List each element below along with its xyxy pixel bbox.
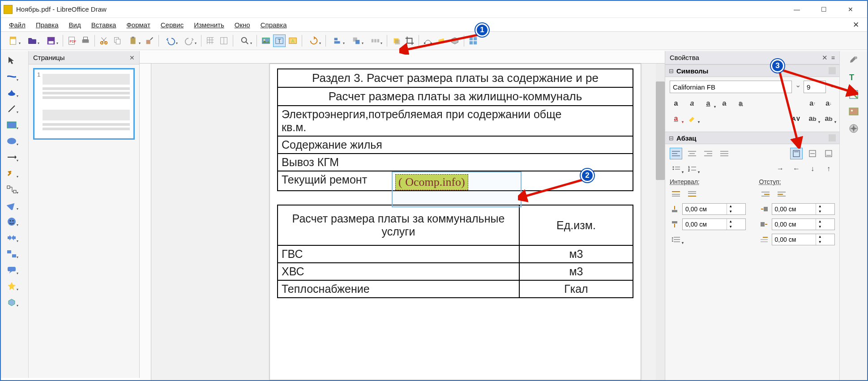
connector-tool[interactable] — [4, 183, 20, 196]
export-pdf-button[interactable]: PDF — [66, 34, 78, 47]
svg-point-55 — [10, 220, 11, 222]
valign-middle-button[interactable] — [806, 148, 819, 159]
gallery-tab-icon[interactable] — [846, 105, 862, 118]
clone-format-button[interactable] — [143, 34, 156, 47]
inserted-textbox[interactable]: ( Ocomp.info) — [392, 171, 522, 207]
menu-edit[interactable]: Правка — [31, 20, 63, 30]
btt-button[interactable]: ↑ — [822, 163, 835, 175]
bold-button[interactable]: a — [670, 98, 682, 109]
pages-panel-close-icon[interactable]: ✕ — [129, 54, 135, 61]
above-spacing-input[interactable]: ▲▼ — [682, 203, 746, 215]
space-below-icon[interactable] — [686, 188, 698, 200]
basic-shapes-tool[interactable] — [4, 199, 20, 212]
fill-color-tool[interactable] — [4, 86, 20, 99]
align-center-button[interactable] — [686, 148, 698, 159]
svg-point-114 — [855, 56, 857, 59]
document-page[interactable]: Раздел 3. Расчет размера платы за содерж… — [269, 64, 641, 380]
paste-button[interactable] — [124, 34, 142, 47]
before-indent-input[interactable]: ▲▼ — [772, 203, 835, 215]
page-thumbnail[interactable]: 1 — [33, 68, 135, 140]
minimize-button[interactable]: — — [786, 3, 808, 16]
select-tool[interactable] — [4, 54, 20, 67]
svg-point-50 — [7, 138, 16, 144]
font-color-button[interactable]: a — [670, 113, 682, 124]
open-button[interactable] — [23, 34, 41, 47]
block-arrows-tool[interactable] — [4, 231, 20, 244]
line-color-tool[interactable] — [4, 70, 20, 83]
arrange-button[interactable] — [347, 34, 365, 47]
print-button[interactable] — [79, 34, 92, 47]
distribute-button[interactable] — [366, 34, 384, 47]
align-justify-button[interactable] — [718, 148, 731, 159]
ellipse-tool[interactable] — [4, 134, 20, 148]
svg-rect-58 — [12, 254, 16, 257]
align-left-button[interactable] — [670, 148, 682, 159]
strikethrough-button[interactable]: a — [718, 98, 731, 109]
navigator-tab-icon[interactable] — [846, 122, 862, 135]
arrow-tool[interactable] — [4, 150, 20, 164]
properties-close-icon[interactable]: ✕ — [822, 54, 828, 62]
properties-tab-icon[interactable] — [846, 54, 862, 67]
valign-top-button[interactable] — [790, 148, 803, 159]
insert-image-button[interactable] — [260, 34, 272, 47]
after-indent-input[interactable]: ▲▼ — [772, 218, 835, 230]
redo-button[interactable] — [180, 34, 198, 47]
vertical-scrollbar[interactable] — [656, 64, 665, 380]
align-right-button[interactable] — [702, 148, 714, 159]
close-button[interactable]: ✕ — [839, 3, 862, 16]
menu-modify[interactable]: Изменить — [189, 20, 229, 30]
below-spacing-input[interactable]: ▲▼ — [682, 218, 746, 230]
flowchart-tool[interactable] — [4, 247, 20, 261]
new-button[interactable] — [4, 34, 22, 47]
subscript-button[interactable]: ab — [822, 113, 835, 124]
decrease-indent-icon[interactable] — [775, 188, 788, 200]
doc-close-icon[interactable]: ✕ — [853, 20, 864, 30]
textbox-content[interactable]: ( Ocomp.info) — [395, 174, 468, 190]
rtl-button[interactable]: ← — [790, 163, 803, 175]
insert-textbox-button[interactable]: T — [273, 34, 286, 47]
callout-tool[interactable] — [4, 263, 20, 277]
align-button[interactable] — [329, 34, 346, 47]
valign-bottom-button[interactable] — [822, 148, 835, 159]
rotate-button[interactable] — [305, 34, 323, 47]
section-paragraph-header[interactable]: ⊟ Абзац — [665, 132, 839, 144]
line-tool[interactable] — [4, 102, 20, 116]
menu-file[interactable]: Файл — [4, 20, 30, 30]
symbol-shapes-tool[interactable] — [4, 215, 20, 228]
properties-menu-icon[interactable]: ≡ — [831, 54, 835, 61]
curve-tool[interactable] — [4, 167, 20, 180]
numbering-button[interactable]: 12 — [686, 163, 698, 175]
undo-button[interactable] — [162, 34, 180, 47]
increase-indent-icon[interactable] — [759, 188, 772, 200]
menu-tools[interactable]: Сервис — [156, 20, 188, 30]
stars-tool[interactable] — [4, 279, 20, 293]
vertical-ruler[interactable] — [140, 64, 151, 380]
copy-button[interactable] — [111, 34, 124, 47]
maximize-button[interactable]: ☐ — [812, 3, 835, 16]
menu-view[interactable]: Вид — [64, 20, 86, 30]
menu-window[interactable]: Окно — [230, 20, 255, 30]
helplines-button[interactable] — [218, 34, 230, 47]
menu-help[interactable]: Справка — [256, 20, 291, 30]
menu-insert[interactable]: Вставка — [87, 20, 121, 30]
zoom-button[interactable] — [236, 34, 254, 47]
line-spacing-button[interactable] — [670, 234, 682, 245]
cut-button[interactable] — [98, 34, 110, 47]
rectangle-tool[interactable] — [4, 118, 20, 132]
firstline-indent-input[interactable]: ▲▼ — [772, 234, 835, 245]
bullets-button[interactable] — [670, 163, 682, 175]
italic-button[interactable]: a — [686, 98, 698, 109]
highlight-color-button[interactable] — [686, 113, 698, 124]
section-more-icon[interactable] — [829, 134, 836, 141]
underline-button[interactable]: a — [702, 98, 714, 109]
3d-tool[interactable] — [4, 295, 20, 309]
ttb-button[interactable]: ↓ — [806, 163, 819, 175]
ltr-button[interactable]: → — [774, 163, 787, 175]
insert-fontwork-button[interactable]: A — [286, 34, 299, 47]
save-button[interactable] — [42, 34, 60, 47]
space-above-icon[interactable] — [670, 188, 682, 200]
grid-button[interactable] — [204, 34, 217, 47]
shadow-text-button[interactable]: a — [734, 98, 747, 109]
menu-format[interactable]: Формат — [122, 20, 154, 30]
superscript-button[interactable]: ab — [806, 113, 819, 124]
